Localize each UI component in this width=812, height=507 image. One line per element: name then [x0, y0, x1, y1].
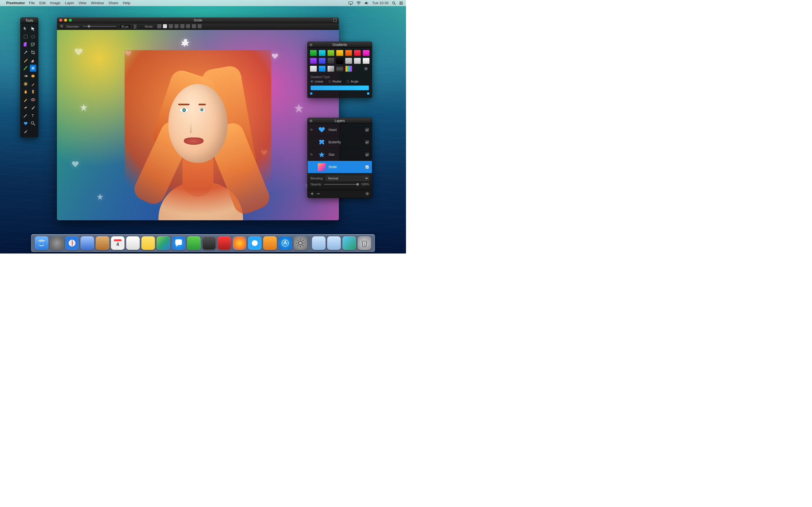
gradient-preview[interactable]	[310, 86, 369, 91]
spotlight-icon[interactable]	[392, 1, 396, 5]
window-close-button[interactable]	[59, 18, 62, 22]
layer-visibility-checkbox[interactable]	[365, 128, 369, 132]
gradient-type-angle[interactable]: Angle	[347, 80, 359, 83]
gradient-type-linear[interactable]: Linear	[310, 80, 323, 83]
airplay-icon[interactable]	[349, 1, 353, 5]
layers-title[interactable]: Layers	[335, 119, 345, 123]
gradient-swatch[interactable]	[310, 58, 317, 64]
dock-documents[interactable]	[312, 236, 326, 250]
gradient-swatch[interactable]	[336, 58, 343, 64]
text-tool[interactable]: T	[30, 112, 36, 119]
dock-pictures[interactable]	[343, 236, 356, 250]
notification-center-icon[interactable]	[399, 1, 403, 5]
gradient-stop-right[interactable]	[367, 92, 370, 95]
gradient-swatch[interactable]	[336, 66, 343, 72]
tools-title[interactable]: Tools	[20, 18, 38, 23]
dock-calendar[interactable]: 4	[111, 236, 124, 250]
dock-finder[interactable]	[35, 236, 49, 250]
gradient-swatch[interactable]	[345, 50, 352, 56]
menubar-clock[interactable]: Tue 10:30	[372, 1, 389, 5]
dock-preferences[interactable]	[294, 236, 307, 250]
gradient-type-radial[interactable]: Radial	[328, 80, 342, 83]
dock-launchpad[interactable]	[50, 236, 64, 250]
volume-icon[interactable]	[364, 1, 369, 5]
heal-tool[interactable]	[22, 104, 29, 111]
diameter-slider[interactable]	[83, 26, 116, 27]
menu-window[interactable]: Window	[91, 1, 104, 5]
layer-options-gear-icon[interactable]	[365, 192, 369, 196]
gradient-swatch[interactable]	[345, 58, 352, 64]
layer-row[interactable]: Butterfly	[308, 136, 372, 149]
canvas[interactable]	[57, 30, 339, 220]
gradient-swatch[interactable]	[319, 58, 326, 64]
shape-tool[interactable]	[30, 64, 36, 72]
dock-safari[interactable]	[65, 236, 79, 250]
layer-visibility-checkbox[interactable]	[365, 153, 369, 157]
shape-mode-group[interactable]	[156, 24, 202, 29]
dock-appstore[interactable]	[278, 236, 292, 250]
menu-image[interactable]: Image	[50, 1, 60, 5]
gradient-swatch[interactable]	[310, 66, 317, 72]
eyedropper-tool[interactable]	[30, 104, 36, 111]
diameter-value[interactable]: 50 px	[119, 24, 131, 29]
dock-reminders[interactable]	[126, 236, 140, 250]
blending-select[interactable]: Normal	[326, 176, 369, 181]
dock-trash[interactable]	[358, 236, 371, 250]
app-name[interactable]: Pixelmator	[6, 1, 25, 5]
gradient-tool[interactable]	[22, 72, 29, 80]
dock-facetime[interactable]	[187, 236, 201, 250]
gradient-swatch[interactable]	[327, 66, 335, 72]
gradient-swatch[interactable]	[345, 66, 352, 72]
transform-tool[interactable]	[30, 25, 36, 33]
dock-messages[interactable]	[172, 236, 186, 250]
dock-notes[interactable]	[142, 236, 155, 250]
layer-visibility-checkbox[interactable]	[365, 140, 369, 144]
menu-view[interactable]: View	[79, 1, 87, 5]
dock-itunes[interactable]	[248, 236, 262, 250]
lasso-tool[interactable]	[22, 41, 29, 48]
pen-tool[interactable]	[22, 57, 29, 64]
gradient-swatch[interactable]	[327, 58, 335, 64]
layer-row[interactable]: Smile	[308, 161, 372, 173]
layer-visibility-checkbox[interactable]	[365, 165, 369, 169]
menu-help[interactable]: Help	[123, 1, 130, 5]
marquee-tool[interactable]	[22, 33, 29, 40]
polygon-lasso-tool[interactable]	[30, 41, 36, 48]
brush-tool[interactable]	[22, 64, 29, 72]
hand-tool[interactable]	[22, 128, 29, 135]
dock-mail[interactable]	[81, 236, 94, 250]
pencil-tool[interactable]	[22, 96, 29, 103]
add-layer-button[interactable]	[310, 192, 314, 196]
document-titlebar[interactable]: Smile	[57, 17, 339, 23]
zoom-tool[interactable]	[30, 120, 36, 127]
menu-file[interactable]: File	[29, 1, 35, 5]
slice-tool[interactable]	[22, 112, 29, 119]
gradient-swatch[interactable]	[327, 50, 335, 56]
window-zoom-button[interactable]	[69, 18, 72, 22]
gradient-presets-gear-icon[interactable]	[363, 66, 370, 72]
dock-iphoto[interactable]	[233, 236, 246, 250]
gradient-swatch[interactable]	[363, 50, 370, 56]
gradient-stop-left[interactable]	[310, 92, 313, 95]
layer-row[interactable]: fxStar	[308, 149, 372, 161]
layer-row[interactable]: fxHeart	[308, 124, 372, 136]
dock-photobooth[interactable]	[202, 236, 216, 250]
gear-icon[interactable]	[60, 24, 63, 29]
move-tool[interactable]	[22, 25, 29, 33]
gradient-swatch[interactable]	[336, 50, 343, 56]
gradient-swatch[interactable]	[363, 58, 370, 64]
sharpen-tool[interactable]	[22, 80, 29, 88]
red-eye-tool[interactable]	[30, 96, 36, 103]
crop-tool[interactable]	[30, 49, 36, 56]
gradient-swatch[interactable]	[354, 58, 361, 64]
blur-tool[interactable]	[30, 72, 36, 80]
gradients-title[interactable]: Gradients	[333, 43, 347, 47]
gradient-swatch[interactable]	[319, 66, 326, 72]
dock-photos[interactable]	[218, 236, 231, 250]
gradient-swatch[interactable]	[319, 50, 326, 56]
close-icon[interactable]: ✕	[309, 119, 313, 122]
magic-wand-tool[interactable]	[22, 49, 29, 56]
remove-layer-button[interactable]	[317, 192, 320, 196]
diameter-stepper[interactable]: ▲▼	[134, 24, 137, 29]
clone-tool[interactable]	[30, 88, 36, 96]
